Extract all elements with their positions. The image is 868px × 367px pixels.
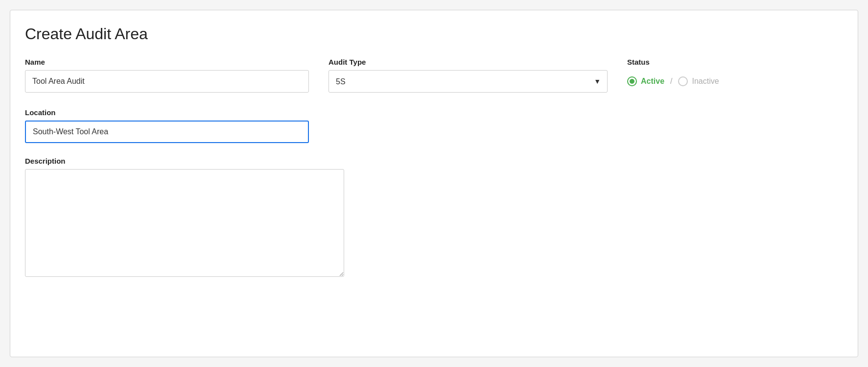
status-active-label: Active <box>641 77 664 86</box>
description-label: Description <box>25 157 843 165</box>
form-row-top: Name Audit Type 5S 6S Safety Quality ▼ S… <box>25 58 843 93</box>
page-title: Create Audit Area <box>25 25 843 43</box>
page-container: Create Audit Area Name Audit Type 5S 6S … <box>10 10 858 357</box>
location-label: Location <box>25 108 843 117</box>
status-inactive-option[interactable]: Inactive <box>678 76 719 86</box>
location-input[interactable] <box>25 121 309 143</box>
location-group-inner: Location <box>25 108 843 143</box>
name-field-group: Name <box>25 58 309 93</box>
status-field-group: Status Active / Inactive <box>627 58 843 93</box>
status-inactive-label: Inactive <box>692 77 719 86</box>
description-field-group: Description <box>25 157 843 277</box>
radio-active-circle <box>627 76 637 86</box>
radio-inactive-circle <box>678 76 688 86</box>
audit-type-label: Audit Type <box>328 58 608 66</box>
name-input[interactable] <box>25 70 309 93</box>
status-label: Status <box>627 58 843 66</box>
status-separator: / <box>670 77 672 86</box>
name-label: Name <box>25 58 309 66</box>
location-field-group: Location <box>25 108 843 143</box>
status-options: Active / Inactive <box>627 70 843 93</box>
description-textarea[interactable] <box>25 169 344 277</box>
audit-type-field-group: Audit Type 5S 6S Safety Quality ▼ <box>328 58 608 93</box>
audit-type-select-wrapper: 5S 6S Safety Quality ▼ <box>328 70 608 93</box>
radio-active-dot <box>630 79 634 84</box>
audit-type-select[interactable]: 5S 6S Safety Quality <box>328 70 608 93</box>
status-active-option[interactable]: Active <box>627 76 664 86</box>
